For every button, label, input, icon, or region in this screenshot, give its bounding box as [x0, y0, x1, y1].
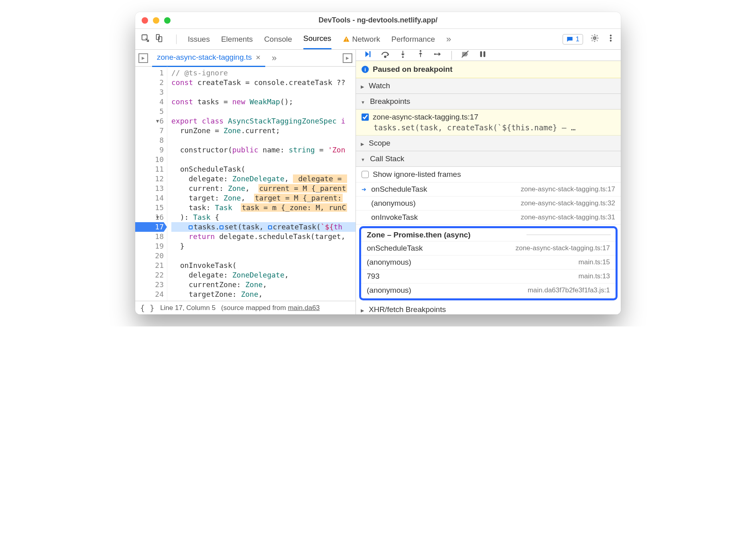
tab-performance[interactable]: Performance [391, 30, 435, 49]
callstack-frame[interactable]: ➔onScheduleTaskzone-async-stack-tagging.… [356, 182, 621, 197]
more-files-icon[interactable]: » [272, 53, 276, 63]
scope-section[interactable]: Scope [356, 136, 621, 151]
device-icon[interactable] [154, 34, 163, 45]
svg-point-12 [420, 50, 421, 52]
async-group-label: Zone – Promise.then (async) [361, 228, 616, 241]
show-ignored-frames[interactable]: Show ignore-listed frames [356, 167, 621, 182]
kebab-menu-icon[interactable] [606, 34, 615, 45]
step-over-icon[interactable] [381, 50, 390, 61]
more-tabs-icon[interactable]: » [446, 34, 451, 45]
paused-message: i Paused on breakpoint [356, 61, 621, 78]
watch-section[interactable]: Watch [356, 78, 621, 94]
resume-icon[interactable] [363, 50, 372, 61]
divider [451, 51, 452, 60]
paused-text: Paused on breakpoint [373, 65, 452, 74]
debugger-pane-toggle-icon[interactable] [343, 53, 352, 63]
tab-console[interactable]: Console [264, 30, 292, 49]
devtools-window: DevTools - ng-devtools.netlify.app/ Issu… [135, 12, 621, 314]
tab-network[interactable]: Network [343, 30, 380, 49]
sourcemap-info: (source mapped from main.da63 [221, 304, 320, 312]
breakpoint-item[interactable]: zone-async-stack-tagging.ts:17 tasks.set… [356, 109, 621, 136]
callstack-frame[interactable]: (anonymous)main.da63f7b2fe3f1fa3.js:1 [361, 284, 616, 298]
callstack-frame[interactable]: onInvokeTaskzone-async-stack-tagging.ts:… [356, 211, 621, 225]
step-out-icon[interactable] [416, 50, 425, 61]
callstack-section[interactable]: Call Stack [356, 151, 621, 167]
callstack-list: ➔onScheduleTaskzone-async-stack-tagging.… [356, 182, 621, 225]
window-title: DevTools - ng-devtools.netlify.app/ [135, 16, 621, 24]
file-tab-label: zone-async-stack-tagging.ts [157, 53, 252, 62]
maximize-window-icon[interactable] [164, 17, 171, 24]
traffic-lights [142, 17, 171, 24]
close-window-icon[interactable] [142, 17, 148, 24]
inspect-icon[interactable] [141, 34, 150, 45]
svg-point-11 [402, 56, 404, 58]
file-tabbar: zone-async-stack-tagging.ts × » [135, 50, 356, 67]
titlebar: DevTools - ng-devtools.netlify.app/ [135, 12, 621, 29]
svg-rect-14 [480, 51, 482, 57]
callstack-frame[interactable]: onScheduleTaskzone-async-stack-tagging.t… [361, 241, 616, 255]
tab-elements[interactable]: Elements [221, 30, 253, 49]
editor-footer: { } Line 17, Column 5 (source mapped fro… [135, 301, 356, 314]
breakpoint-code: tasks.set(task, createTask(`${this.name}… [362, 122, 615, 132]
pause-on-exceptions-icon[interactable] [478, 50, 487, 61]
breakpoint-location: zone-async-stack-tagging.ts:17 [373, 113, 478, 122]
svg-point-6 [610, 35, 612, 36]
breakpoint-checkbox[interactable] [362, 113, 369, 121]
line-gutter[interactable]: 123456▼78910111213141516▼171819202122232… [135, 67, 167, 301]
code-editor[interactable]: 123456▼78910111213141516▼171819202122232… [135, 67, 356, 301]
tab-issues[interactable]: Issues [188, 30, 210, 49]
divider [176, 34, 177, 44]
code-area[interactable]: // @ts-ignoreconst createTask = console.… [167, 67, 356, 301]
callstack-frame[interactable]: (anonymous)zone-async-stack-tagging.ts:3… [356, 197, 621, 211]
checkbox-icon[interactable] [362, 171, 369, 178]
debugger-pane: i Paused on breakpoint Watch Breakpoints… [356, 50, 621, 314]
svg-rect-3 [346, 38, 347, 40]
info-icon: i [362, 66, 369, 73]
warning-icon [343, 36, 350, 43]
async-callstack-group: Zone – Promise.then (async) onScheduleTa… [359, 226, 618, 300]
debugger-toolbar [356, 50, 621, 61]
svg-point-7 [610, 37, 612, 39]
callstack-frame[interactable]: (anonymous)main.ts:15 [361, 255, 616, 269]
editor-pane: zone-async-stack-tagging.ts × » 123456▼7… [135, 50, 356, 314]
file-tab[interactable]: zone-async-stack-tagging.ts × [152, 49, 265, 67]
tab-sources[interactable]: Sources [303, 29, 331, 49]
step-into-icon[interactable] [398, 50, 407, 61]
step-icon[interactable] [434, 50, 443, 61]
issues-badge[interactable]: 1 [563, 34, 583, 45]
breakpoints-section[interactable]: Breakpoints [356, 94, 621, 109]
chat-icon [566, 36, 573, 43]
xhr-breakpoints-section[interactable]: XHR/fetch Breakpoints [356, 302, 621, 314]
svg-rect-9 [370, 51, 371, 57]
main-split: zone-async-stack-tagging.ts × » 123456▼7… [135, 50, 621, 314]
svg-point-10 [384, 56, 386, 58]
svg-rect-15 [484, 51, 486, 57]
svg-point-8 [610, 40, 612, 42]
sourcemap-link[interactable]: main.da63 [288, 304, 319, 312]
deactivate-breakpoints-icon[interactable] [461, 50, 469, 61]
settings-icon[interactable] [590, 34, 599, 45]
svg-point-13 [434, 53, 436, 55]
cursor-position: Line 17, Column 5 [160, 304, 215, 312]
navigator-toggle-icon[interactable] [138, 53, 148, 63]
svg-rect-4 [346, 41, 347, 41]
callstack-frame[interactable]: 793main.ts:13 [361, 269, 616, 284]
devtools-tabs: Issues Elements Console Sources Network … [135, 29, 621, 50]
pretty-print-icon[interactable]: { } [140, 303, 154, 313]
close-icon[interactable]: × [256, 53, 261, 62]
minimize-window-icon[interactable] [153, 17, 159, 24]
